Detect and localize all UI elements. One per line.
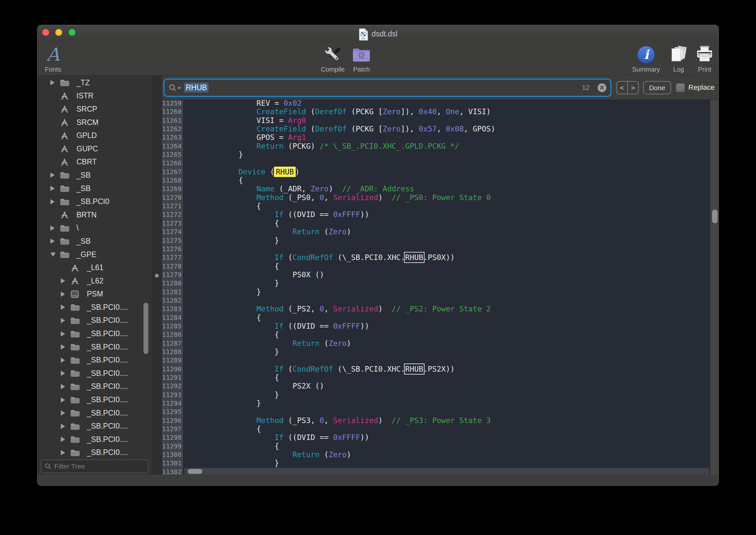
tree-item-PSM[interactable]: PSM (38, 288, 152, 301)
tree-item-GUPC[interactable]: GUPC (38, 142, 152, 155)
code-line-11259: REV = 0x02 (184, 100, 710, 107)
line-number: 11279 (162, 270, 180, 279)
disclosure-triangle[interactable] (61, 384, 69, 389)
folder-icon (59, 224, 76, 232)
tree-item-_SBPCI0[interactable]: _SB.PCI0.... (38, 380, 152, 393)
line-number: 11266 (162, 159, 180, 167)
disclosure-triangle[interactable] (61, 278, 69, 283)
tree-item-[interactable]: \ (38, 222, 152, 235)
line-number: 11274 (162, 227, 180, 236)
find-next-button[interactable]: > (628, 82, 638, 94)
code-line-11260: CreateField (DerefOf (PCKG [Zero]), 0x40… (184, 107, 710, 116)
tree-item-_SBPCI0[interactable]: _SB.PCI0.... (38, 367, 152, 380)
tree-item-CBRT[interactable]: CBRT (38, 155, 152, 169)
tree-item-_SBPCI0[interactable]: _SB.PCI0.... (38, 327, 152, 340)
line-number: 11277 (162, 253, 180, 262)
done-button[interactable]: Done (643, 81, 671, 94)
disclosure-triangle[interactable] (61, 292, 69, 297)
disclosure-triangle[interactable] (61, 331, 69, 336)
tree-item-_SBPCI0[interactable]: _SB.PCI0.... (38, 340, 152, 354)
code-line-11271: { (184, 202, 710, 210)
folder-icon (69, 436, 87, 443)
disclosure-triangle[interactable] (61, 437, 69, 442)
tree-item-_SBPCI0[interactable]: _SB.PCI0.... (38, 301, 152, 314)
tree-item-GPLD[interactable]: GPLD (38, 129, 152, 142)
tree-item-_L61[interactable]: _L61 (38, 261, 152, 274)
folder-icon (69, 356, 87, 364)
tree-item-BRTN[interactable]: BRTN (38, 208, 152, 222)
clear-search-button[interactable]: ✕ (598, 83, 607, 92)
code-line-11290: If (CondRefOf (\_SB.PCI0.XHC.RHUB.PS2X)) (184, 365, 710, 373)
search-input[interactable]: RHUB 12 ✕ (165, 80, 610, 96)
line-number: 11264 (162, 142, 180, 150)
tree-item-_SBPCI0[interactable]: _SB.PCI0.... (38, 314, 152, 327)
tree-item-_SB[interactable]: _SB (38, 235, 152, 248)
method-icon (59, 210, 76, 219)
disclosure-triangle[interactable] (50, 186, 59, 191)
close-button[interactable] (42, 29, 49, 36)
chevron-down-icon[interactable] (177, 87, 181, 90)
disclosure-triangle[interactable] (50, 80, 59, 85)
horizontal-scroll-thumb[interactable] (188, 469, 202, 474)
tree-item-_GPE[interactable]: _GPE (38, 248, 152, 261)
tree-item-label: _SB (76, 184, 91, 193)
disclosure-triangle[interactable] (61, 371, 69, 376)
disclosure-triangle[interactable] (61, 305, 69, 310)
tree-item-_SB[interactable]: _SB (38, 182, 152, 195)
fonts-button[interactable]: A Fonts (37, 44, 74, 73)
code-line-11281: } (184, 288, 710, 296)
minimize-button[interactable] (55, 29, 62, 36)
tree-item-SRCM[interactable]: SRCM (38, 116, 152, 129)
tree-item-label: _SB.PCI0.... (87, 409, 128, 417)
editor-horizontal-scrollbar[interactable] (184, 468, 710, 475)
disclosure-triangle[interactable] (50, 239, 59, 244)
tree-item-_SBPCI0[interactable]: _SB.PCI0.... (38, 407, 152, 420)
disclosure-triangle[interactable] (50, 226, 59, 231)
method-icon (69, 276, 87, 285)
tree-item-_SB[interactable]: _SB (38, 169, 152, 182)
disclosure-triangle[interactable] (61, 397, 69, 403)
titlebar[interactable]: DSL dsdt.dsl (38, 25, 718, 42)
vertical-scroll-thumb[interactable] (712, 210, 717, 223)
pane-splitter[interactable] (152, 75, 162, 474)
find-prev-next-control: < > (616, 81, 639, 94)
tree-item-SRCP[interactable]: SRCP (38, 102, 152, 116)
folder-icon (69, 303, 87, 311)
find-previous-button[interactable]: < (617, 82, 628, 94)
tree-item-ISTR[interactable]: ISTR (38, 90, 152, 103)
editor-pane: RHUB 12 ✕ < > Done Replace 1125911260112… (162, 75, 719, 474)
disclosure-triangle[interactable] (61, 358, 69, 363)
disclosure-triangle[interactable] (61, 344, 69, 350)
editor-vertical-scrollbar[interactable] (710, 100, 719, 475)
disclosure-triangle[interactable] (61, 424, 69, 429)
tree-item-label: _SB.PCI0.... (87, 395, 128, 404)
code-line-11280: } (184, 279, 710, 287)
sidebar-scrollbar[interactable] (144, 303, 148, 354)
patch-button[interactable]: Patch (340, 44, 383, 73)
disclosure-triangle[interactable] (50, 199, 59, 204)
disclosure-triangle[interactable] (61, 450, 69, 455)
tree-item-label: _SB.PCI0.... (87, 369, 128, 378)
tree-item-label: _SB.PCI0.... (87, 382, 128, 391)
disclosure-triangle[interactable] (61, 410, 69, 415)
line-number: 11261 (162, 116, 180, 125)
disclosure-triangle[interactable] (50, 173, 59, 178)
code-editor[interactable]: 1125911260112611126211263112641126511266… (162, 100, 719, 475)
filter-tree-input[interactable]: Filter Tree (40, 460, 148, 473)
tree-item-_SBPCI0[interactable]: _SB.PCI0.... (38, 393, 152, 407)
print-button[interactable]: Print (684, 44, 719, 73)
zoom-button[interactable] (68, 29, 75, 36)
tree-item-_TZ[interactable]: _TZ (38, 76, 152, 90)
disclosure-triangle[interactable] (61, 318, 69, 323)
tree-item-_SBPCI0[interactable]: _SB.PCI0.... (38, 353, 152, 367)
tree-item-_L62[interactable]: _L62 (38, 274, 152, 288)
tree-item-_SBPCI0[interactable]: _SB.PCI0.... (38, 433, 152, 446)
disclosure-triangle[interactable] (50, 253, 59, 257)
tree-item-_SBPCI0[interactable]: _SB.PCI0.... (38, 446, 152, 459)
tree-item-_SBPCI0[interactable]: _SB.PCI0 (38, 195, 152, 208)
replace-checkbox[interactable] (676, 83, 685, 92)
folder-icon (69, 422, 87, 430)
code-line-11296: Method (_PS3, 0, Serialized) // _PS3: Po… (184, 416, 710, 425)
code-line-11274: Return (Zero) (184, 227, 710, 236)
tree-item-_SBPCI0[interactable]: _SB.PCI0.... (38, 419, 152, 433)
